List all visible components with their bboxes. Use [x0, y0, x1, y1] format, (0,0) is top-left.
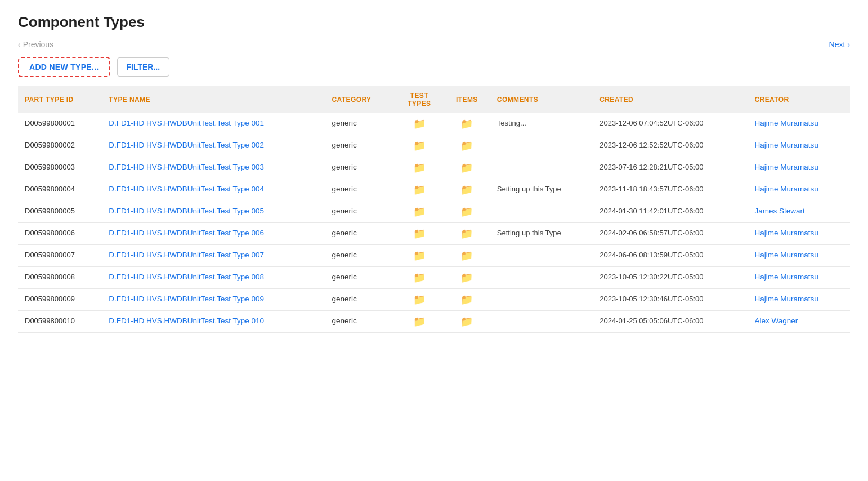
creator-link[interactable]: Alex Wagner [755, 317, 798, 325]
creator-link[interactable]: Hajime Muramatsu [755, 163, 818, 171]
cell-part-type-id: D00599800003 [18, 157, 102, 179]
creator-link[interactable]: Hajime Muramatsu [755, 185, 818, 193]
cell-creator[interactable]: Hajime Muramatsu [748, 157, 851, 179]
type-name-link[interactable]: D.FD1-HD HVS.HWDBUnitTest.Test Type 002 [109, 141, 264, 149]
test-types-folder-icon[interactable]: 📁 [413, 163, 426, 173]
col-created: CREATED [593, 86, 748, 113]
cell-test-types[interactable]: 📁 [395, 223, 444, 245]
test-types-folder-icon[interactable]: 📁 [413, 185, 426, 195]
creator-link[interactable]: Hajime Muramatsu [755, 273, 818, 281]
cell-creator[interactable]: Hajime Muramatsu [748, 179, 851, 201]
items-folder-icon[interactable]: 📁 [460, 295, 473, 305]
items-folder-icon[interactable]: 📁 [460, 207, 473, 217]
cell-type-name[interactable]: D.FD1-HD HVS.HWDBUnitTest.Test Type 005 [102, 201, 325, 223]
type-name-link[interactable]: D.FD1-HD HVS.HWDBUnitTest.Test Type 003 [109, 163, 264, 171]
cell-items[interactable]: 📁 [444, 113, 490, 135]
col-part-type-id: PART TYPE ID [18, 86, 102, 113]
cell-test-types[interactable]: 📁 [395, 201, 444, 223]
cell-category: generic [325, 267, 395, 289]
items-folder-icon[interactable]: 📁 [460, 251, 473, 261]
col-test-types: TestTypes [395, 86, 444, 113]
part-type-id-value: D00599800010 [25, 317, 75, 325]
type-name-link[interactable]: D.FD1-HD HVS.HWDBUnitTest.Test Type 010 [109, 317, 264, 325]
cell-part-type-id: D00599800010 [18, 311, 102, 333]
cell-test-types[interactable]: 📁 [395, 245, 444, 267]
cell-creator[interactable]: James Stewart [748, 201, 851, 223]
type-name-link[interactable]: D.FD1-HD HVS.HWDBUnitTest.Test Type 001 [109, 119, 264, 127]
cell-type-name[interactable]: D.FD1-HD HVS.HWDBUnitTest.Test Type 009 [102, 289, 325, 311]
creator-link[interactable]: Hajime Muramatsu [755, 229, 818, 237]
cell-type-name[interactable]: D.FD1-HD HVS.HWDBUnitTest.Test Type 001 [102, 113, 325, 135]
creator-link[interactable]: Hajime Muramatsu [755, 251, 818, 259]
cell-items[interactable]: 📁 [444, 179, 490, 201]
cell-items[interactable]: 📁 [444, 289, 490, 311]
cell-type-name[interactable]: D.FD1-HD HVS.HWDBUnitTest.Test Type 002 [102, 135, 325, 157]
cell-items[interactable]: 📁 [444, 311, 490, 333]
type-name-link[interactable]: D.FD1-HD HVS.HWDBUnitTest.Test Type 005 [109, 207, 264, 215]
test-types-folder-icon[interactable]: 📁 [413, 273, 426, 283]
cell-items[interactable]: 📁 [444, 223, 490, 245]
test-types-folder-icon[interactable]: 📁 [413, 207, 426, 217]
cell-type-name[interactable]: D.FD1-HD HVS.HWDBUnitTest.Test Type 008 [102, 267, 325, 289]
items-folder-icon[interactable]: 📁 [460, 119, 473, 129]
cell-creator[interactable]: Alex Wagner [748, 311, 851, 333]
filter-button[interactable]: FILTER... [117, 57, 170, 77]
created-value: 2023-12-06 07:04:52UTC-06:00 [599, 119, 703, 127]
cell-items[interactable]: 📁 [444, 267, 490, 289]
cell-creator[interactable]: Hajime Muramatsu [748, 267, 851, 289]
type-name-link[interactable]: D.FD1-HD HVS.HWDBUnitTest.Test Type 009 [109, 295, 264, 303]
items-folder-icon[interactable]: 📁 [460, 185, 473, 195]
cell-test-types[interactable]: 📁 [395, 113, 444, 135]
col-type-name: TYPE NAME [102, 86, 325, 113]
cell-items[interactable]: 📁 [444, 201, 490, 223]
items-folder-icon[interactable]: 📁 [460, 317, 473, 327]
cell-test-types[interactable]: 📁 [395, 179, 444, 201]
cell-test-types[interactable]: 📁 [395, 135, 444, 157]
cell-test-types[interactable]: 📁 [395, 289, 444, 311]
cell-items[interactable]: 📁 [444, 245, 490, 267]
creator-link[interactable]: Hajime Muramatsu [755, 119, 818, 127]
test-types-folder-icon[interactable]: 📁 [413, 141, 426, 151]
cell-items[interactable]: 📁 [444, 135, 490, 157]
test-types-folder-icon[interactable]: 📁 [413, 229, 426, 239]
cell-type-name[interactable]: D.FD1-HD HVS.HWDBUnitTest.Test Type 010 [102, 311, 325, 333]
cell-creator[interactable]: Hajime Muramatsu [748, 289, 851, 311]
creator-link[interactable]: Hajime Muramatsu [755, 141, 818, 149]
cell-comments [490, 201, 593, 223]
cell-type-name[interactable]: D.FD1-HD HVS.HWDBUnitTest.Test Type 003 [102, 157, 325, 179]
next-button[interactable]: Next › [829, 40, 850, 49]
cell-test-types[interactable]: 📁 [395, 267, 444, 289]
items-folder-icon[interactable]: 📁 [460, 163, 473, 173]
items-folder-icon[interactable]: 📁 [460, 229, 473, 239]
test-types-folder-icon[interactable]: 📁 [413, 317, 426, 327]
comment-value: Setting up this Type [497, 185, 561, 193]
cell-part-type-id: D00599800008 [18, 267, 102, 289]
previous-button[interactable]: ‹ Previous [18, 40, 53, 49]
cell-comments [490, 289, 593, 311]
type-name-link[interactable]: D.FD1-HD HVS.HWDBUnitTest.Test Type 007 [109, 251, 264, 259]
test-types-folder-icon[interactable]: 📁 [413, 295, 426, 305]
cell-creator[interactable]: Hajime Muramatsu [748, 113, 851, 135]
type-name-link[interactable]: D.FD1-HD HVS.HWDBUnitTest.Test Type 004 [109, 185, 264, 193]
cell-type-name[interactable]: D.FD1-HD HVS.HWDBUnitTest.Test Type 007 [102, 245, 325, 267]
type-name-link[interactable]: D.FD1-HD HVS.HWDBUnitTest.Test Type 008 [109, 273, 264, 281]
items-folder-icon[interactable]: 📁 [460, 273, 473, 283]
add-new-type-button[interactable]: ADD NEW TYPE... [18, 57, 110, 77]
cell-test-types[interactable]: 📁 [395, 311, 444, 333]
cell-creator[interactable]: Hajime Muramatsu [748, 245, 851, 267]
cell-creator[interactable]: Hajime Muramatsu [748, 223, 851, 245]
creator-link[interactable]: Hajime Muramatsu [755, 295, 818, 303]
cell-type-name[interactable]: D.FD1-HD HVS.HWDBUnitTest.Test Type 004 [102, 179, 325, 201]
cell-part-type-id: D00599800001 [18, 113, 102, 135]
cell-category: generic [325, 113, 395, 135]
type-name-link[interactable]: D.FD1-HD HVS.HWDBUnitTest.Test Type 006 [109, 229, 264, 237]
cell-type-name[interactable]: D.FD1-HD HVS.HWDBUnitTest.Test Type 006 [102, 223, 325, 245]
test-types-folder-icon[interactable]: 📁 [413, 119, 426, 129]
part-type-id-value: D00599800004 [25, 185, 75, 193]
cell-items[interactable]: 📁 [444, 157, 490, 179]
cell-creator[interactable]: Hajime Muramatsu [748, 135, 851, 157]
items-folder-icon[interactable]: 📁 [460, 141, 473, 151]
creator-link[interactable]: James Stewart [755, 207, 805, 215]
test-types-folder-icon[interactable]: 📁 [413, 251, 426, 261]
cell-test-types[interactable]: 📁 [395, 157, 444, 179]
